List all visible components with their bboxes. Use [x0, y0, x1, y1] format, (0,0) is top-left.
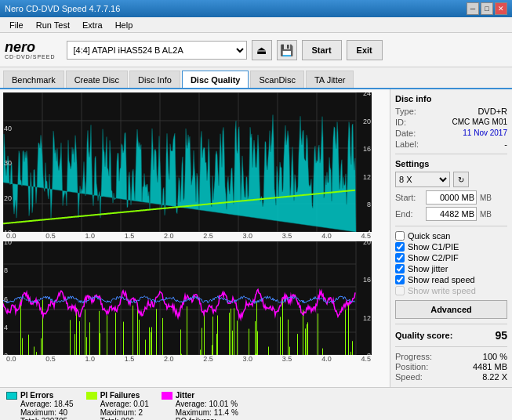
title-bar: Nero CD-DVD Speed 4.7.7.16 ─ □ ✕: [0, 0, 512, 17]
quick-scan-row: Quick scan: [395, 231, 507, 241]
jitter-color: [162, 392, 172, 400]
progress-label: Progress:: [395, 352, 432, 361]
tab-disc-quality[interactable]: Disc Quality: [182, 71, 249, 88]
pi-errors-avg: Average: 18.45: [20, 400, 74, 408]
settings-speed-row: 8 X 4 X 2 X Max ↻: [395, 172, 507, 187]
exit-button[interactable]: Exit: [347, 40, 383, 60]
disc-date-label: Date:: [395, 129, 416, 138]
disc-label-row: Label: -: [395, 139, 507, 149]
progress-row: Progress: 100 %: [395, 352, 507, 361]
maximize-button[interactable]: □: [481, 2, 493, 15]
show-c2-pif-label: Show C2/PIF: [408, 253, 459, 262]
end-input[interactable]: [426, 207, 477, 221]
show-c2-pif-row: Show C2/PIF: [395, 253, 507, 262]
right-panel: Disc info Type: DVD+R ID: CMC MAG M01 Da…: [390, 89, 512, 387]
disc-label-label: Label:: [395, 139, 419, 149]
nero-logo-text: nero: [5, 40, 35, 54]
legend: PI Errors Average: 18.45 Maximum: 40 Tot…: [0, 387, 512, 420]
tabs: Benchmark Create Disc Disc Info Disc Qua…: [0, 67, 512, 89]
save-button[interactable]: 💾: [277, 40, 297, 60]
tab-disc-info[interactable]: Disc Info: [129, 71, 180, 88]
pi-errors-color: [6, 392, 17, 400]
show-jitter-label: Show jitter: [408, 264, 448, 273]
start-input[interactable]: [426, 190, 477, 205]
start-mb-label: MB: [480, 194, 492, 202]
advanced-button[interactable]: Advanced: [395, 300, 507, 319]
speed-select[interactable]: 8 X 4 X 2 X Max: [395, 172, 450, 187]
tab-create-disc[interactable]: Create Disc: [66, 71, 128, 88]
tab-scan-disc[interactable]: ScanDisc: [250, 71, 303, 88]
end-mb-label: MB: [480, 210, 492, 219]
close-button[interactable]: ✕: [495, 2, 507, 15]
show-c1-pie-label: Show C1/PIE: [408, 242, 459, 252]
end-input-row: End: MB: [395, 207, 507, 221]
show-read-speed-label: Show read speed: [408, 275, 475, 284]
tab-ta-jitter[interactable]: TA Jitter: [306, 71, 354, 88]
menu-extra[interactable]: Extra: [76, 19, 109, 31]
progress-section: Progress: 100 % Position: 4481 MB Speed:…: [395, 352, 507, 382]
show-write-speed-label: Show write speed: [408, 286, 476, 295]
bottom-chart: [3, 241, 372, 355]
quality-score-row: Quality score: 95: [395, 329, 507, 342]
show-read-speed-checkbox[interactable]: [395, 275, 405, 284]
show-c1-pie-checkbox[interactable]: [395, 242, 405, 252]
menu-file[interactable]: File: [3, 19, 30, 31]
bottom-chart-x-axis: 0.0 0.5 1.0 1.5 2.0 2.5 3.0 3.5 4.0 4.5: [3, 355, 387, 363]
drive-select[interactable]: [4:4] ATAPI iHAS524 B AL2A: [67, 41, 247, 60]
pi-failures-max: Maximum: 2: [100, 408, 149, 417]
show-jitter-row: Show jitter: [395, 264, 507, 273]
disc-type-row: Type: DVD+R: [395, 107, 507, 116]
speed-label: Speed:: [395, 372, 423, 382]
toolbar: nero CD·DVD/SPEED [4:4] ATAPI iHAS524 B …: [0, 33, 512, 67]
quick-scan-checkbox[interactable]: [395, 231, 405, 241]
main-content: 0.0 0.5 1.0 1.5 2.0 2.5 3.0 3.5 4.0 4.5 …: [0, 89, 512, 387]
nero-logo: nero CD·DVD/SPEED: [5, 40, 56, 60]
chart-area: 0.0 0.5 1.0 1.5 2.0 2.5 3.0 3.5 4.0 4.5 …: [0, 89, 390, 387]
title-bar-title: Nero CD-DVD Speed 4.7.7.16: [5, 4, 120, 13]
quality-value: 95: [495, 329, 507, 342]
title-bar-controls: ─ □ ✕: [467, 2, 507, 15]
end-label: End:: [395, 209, 423, 219]
divider-4: [395, 346, 507, 347]
disc-id-value: CMC MAG M01: [452, 118, 507, 127]
start-label: Start:: [395, 193, 423, 202]
position-value: 4481 MB: [473, 362, 507, 371]
quick-scan-label: Quick scan: [408, 231, 450, 241]
pi-errors-max: Maximum: 40: [20, 408, 74, 417]
disc-date-row: Date: 11 Nov 2017: [395, 129, 507, 138]
show-read-speed-row: Show read speed: [395, 275, 507, 284]
menu-run-test[interactable]: Run Test: [30, 19, 76, 31]
minimize-button[interactable]: ─: [467, 2, 479, 15]
top-chart: [3, 92, 372, 232]
pi-failures-color: [86, 392, 97, 400]
pi-errors-legend: PI Errors Average: 18.45 Maximum: 40 Tot…: [6, 391, 74, 420]
pi-failures-legend: PI Failures Average: 0.01 Maximum: 2 Tot…: [86, 391, 149, 420]
menu-help[interactable]: Help: [109, 19, 140, 31]
disc-type-label: Type:: [395, 107, 416, 116]
quality-label: Quality score:: [395, 331, 452, 340]
disc-id-row: ID: CMC MAG M01: [395, 118, 507, 127]
menu-bar: File Run Test Extra Help: [0, 17, 512, 33]
jitter-po: PO failures: -: [176, 417, 238, 420]
top-chart-x-axis: 0.0 0.5 1.0 1.5 2.0 2.5 3.0 3.5 4.0 4.5: [3, 232, 387, 240]
show-c2-pif-checkbox[interactable]: [395, 253, 405, 262]
refresh-button[interactable]: ↻: [453, 172, 469, 187]
show-jitter-checkbox[interactable]: [395, 264, 405, 273]
disc-info-title: Disc info: [395, 94, 507, 103]
disc-date-value: 11 Nov 2017: [463, 129, 507, 138]
disc-type-value: DVD+R: [478, 107, 507, 116]
show-c1-pie-row: Show C1/PIE: [395, 242, 507, 252]
eject-button[interactable]: ⏏: [252, 40, 272, 60]
show-write-speed-row: Show write speed: [395, 286, 507, 295]
start-button[interactable]: Start: [302, 40, 342, 60]
speed-row: Speed: 8.22 X: [395, 372, 507, 382]
tab-benchmark[interactable]: Benchmark: [3, 71, 64, 88]
divider-3: [395, 324, 507, 324]
pi-errors-total: Total: 330705: [20, 417, 74, 420]
settings-title: Settings: [395, 159, 507, 168]
position-label: Position:: [395, 362, 428, 371]
disc-label-value: -: [504, 139, 507, 149]
progress-value: 100 %: [483, 352, 507, 361]
pi-errors-title: PI Errors: [20, 391, 53, 400]
jitter-avg: Average: 10.01 %: [176, 400, 238, 408]
